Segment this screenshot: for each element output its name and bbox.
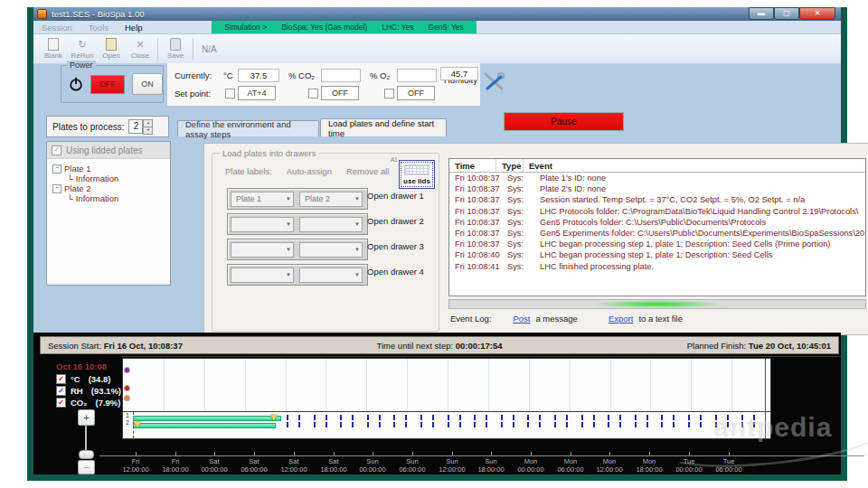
event-log-row[interactable]: Fri 10:08:40Sys:LHC began processing ste… bbox=[449, 249, 865, 260]
event-log-row[interactable]: Fri 10:08:37Sys:LHC Protocols folder: C:… bbox=[449, 206, 865, 217]
zoom-in-button[interactable]: + bbox=[78, 409, 95, 426]
open-button[interactable]: Open bbox=[97, 36, 126, 61]
drawer-row: ▼▼ bbox=[227, 213, 368, 235]
tab-load-plates[interactable]: Load plates and define start time bbox=[320, 118, 447, 136]
maintenance-tools-icon[interactable] bbox=[482, 70, 505, 92]
event-log-row[interactable]: Fri 10:08:37Sys:Plate 1's ID: none bbox=[449, 173, 865, 183]
timeline-panel: Session Start: Fri 16 Oct, 10:08:37 Time… bbox=[33, 333, 841, 474]
tree-node-plate[interactable]: −Plate 1 bbox=[52, 164, 170, 174]
drawer1-plate-combo-2[interactable]: Plate 2▼ bbox=[299, 192, 363, 207]
tree-node-information[interactable]: └Information bbox=[52, 174, 170, 183]
zoom-slider-thumb[interactable] bbox=[79, 450, 94, 459]
menu-session[interactable]: Session bbox=[33, 23, 80, 33]
post-message-link[interactable]: Post bbox=[513, 314, 530, 324]
gantt-step-tick bbox=[298, 422, 300, 427]
export-log-link[interactable]: Export bbox=[609, 314, 633, 324]
scrollbar-green-glow bbox=[590, 300, 723, 308]
event-log-row[interactable]: Fri 10:08:41Sys:LHC finished processing … bbox=[449, 261, 865, 272]
lidded-plates-checkbox[interactable]: ✓ bbox=[52, 145, 61, 155]
next-step-value: 00:00:17:54 bbox=[456, 341, 503, 351]
event-log-row[interactable]: Fri 10:08:37Sys:Plate 2's ID: none bbox=[449, 183, 865, 194]
zoom-slider-track[interactable] bbox=[85, 426, 87, 453]
planned-finish-line bbox=[765, 359, 766, 411]
event-log-scrollbar[interactable] bbox=[448, 299, 866, 309]
event-log-row[interactable]: Fri 10:08:37Sys:Gen5 Protocols folder: C… bbox=[449, 217, 865, 228]
simulation-label: Simulation > bbox=[224, 23, 267, 32]
planned-finish-label: Planned Finish: bbox=[687, 341, 746, 351]
pause-button[interactable]: Pause bbox=[504, 112, 624, 131]
simulation-gen5: Gen5: Yes bbox=[429, 23, 464, 32]
chart-gridline bbox=[691, 359, 692, 411]
open-drawer-3-link[interactable]: Open drawer 3 bbox=[367, 241, 439, 251]
drawer2-plate-combo-2[interactable]: ▼ bbox=[299, 217, 363, 232]
open-drawer-4-link[interactable]: Open drawer 4 bbox=[367, 267, 439, 277]
o2-setpoint-checkbox[interactable] bbox=[384, 89, 394, 99]
save-button[interactable]: Save bbox=[161, 36, 190, 61]
legend-checkbox[interactable]: ✓ bbox=[56, 374, 66, 384]
watermark-text: antpedia bbox=[713, 412, 832, 443]
open-folder-icon bbox=[106, 39, 118, 51]
drawer4-plate-combo-1[interactable]: ▼ bbox=[231, 267, 294, 283]
o2-label: % O₂ bbox=[370, 70, 390, 80]
power-off-button[interactable]: OFF bbox=[90, 75, 125, 94]
tab-define-environment[interactable]: Define the environment and assay steps bbox=[177, 120, 319, 136]
spinner-down-icon[interactable]: ▼ bbox=[143, 127, 153, 135]
gantt-step-tick bbox=[608, 415, 609, 420]
gantt-step-tick bbox=[527, 422, 529, 427]
remove-all-link[interactable]: Remove all bbox=[346, 166, 390, 176]
o2-setpoint-field[interactable]: OFF bbox=[397, 86, 435, 100]
event-time: Fri 10:08:41 bbox=[449, 262, 502, 271]
drawer3-plate-combo-2[interactable]: ▼ bbox=[299, 242, 363, 258]
drawer4-plate-combo-2[interactable]: ▼ bbox=[299, 267, 363, 283]
legend-checkbox[interactable]: ✓ bbox=[56, 386, 66, 396]
event-log-row[interactable]: Fri 10:08:37Sys:LHC began processing ste… bbox=[449, 239, 865, 249]
legend-item: ✓°C(34.8) bbox=[56, 373, 121, 385]
co2-setpoint-field[interactable]: OFF bbox=[321, 86, 359, 100]
use-lids-button[interactable]: use lids bbox=[399, 160, 435, 189]
blank-button[interactable]: Blank bbox=[39, 36, 68, 61]
gantt-step-tick bbox=[513, 422, 514, 427]
app-icon bbox=[37, 9, 47, 19]
tree-expand-icon[interactable]: − bbox=[52, 164, 61, 174]
gantt-step-tick bbox=[673, 415, 675, 420]
event-log-row[interactable]: Fri 10:08:37Sys:Session started. Temp Se… bbox=[449, 194, 865, 205]
gantt-step-tick bbox=[486, 422, 487, 427]
tree-node-plate[interactable]: −Plate 2 bbox=[52, 183, 170, 193]
co2-setpoint-checkbox[interactable] bbox=[308, 89, 318, 99]
zoom-out-button[interactable]: − bbox=[78, 460, 95, 474]
drawer1-plate-combo-1[interactable]: Plate 1▼ bbox=[231, 192, 294, 207]
time-axis-tick bbox=[609, 452, 610, 455]
gantt-step-tick bbox=[593, 415, 595, 420]
maximize-button[interactable]: ▢ bbox=[774, 7, 799, 20]
minimize-button[interactable]: ▬ bbox=[749, 7, 774, 20]
spinner-up-icon[interactable]: ▲ bbox=[143, 119, 153, 127]
close-session-button[interactable]: ✕ Close bbox=[126, 36, 155, 61]
menu-help[interactable]: Help bbox=[117, 23, 151, 33]
close-button[interactable]: ✕ bbox=[799, 7, 835, 20]
time-axis-tick bbox=[689, 452, 690, 455]
gantt-step-tick bbox=[646, 415, 648, 420]
power-on-button[interactable]: ON bbox=[132, 73, 163, 95]
drawer2-plate-combo-1[interactable]: ▼ bbox=[231, 217, 294, 232]
open-drawer-1-link[interactable]: Open drawer 1 bbox=[367, 191, 439, 201]
power-group: Power OFF ON bbox=[61, 65, 164, 103]
gantt-step-tick bbox=[432, 415, 434, 420]
gantt-step-tick bbox=[554, 415, 556, 420]
event-log-row[interactable]: Fri 10:08:37Sys:Gen5 Experiments folder:… bbox=[449, 228, 865, 239]
tree-expand-icon[interactable]: − bbox=[52, 184, 61, 193]
rerun-button[interactable]: ↻ ReRun bbox=[68, 36, 97, 61]
plates-tree: −Plate 1└Information−Plate 2└Information bbox=[47, 159, 170, 283]
menu-tools[interactable]: Tools bbox=[80, 23, 117, 33]
drawer3-plate-combo-1[interactable]: ▼ bbox=[231, 242, 294, 258]
tree-node-information[interactable]: └Information bbox=[52, 193, 170, 203]
plates-count-field[interactable]: 2 bbox=[128, 119, 143, 134]
legend-checkbox[interactable]: ✓ bbox=[56, 398, 66, 408]
auto-assign-link[interactable]: Auto-assign bbox=[287, 166, 332, 176]
temp-setpoint-checkbox[interactable] bbox=[225, 89, 235, 99]
temp-setpoint-field[interactable]: AT+4 bbox=[238, 86, 276, 100]
gantt-step-tick bbox=[393, 415, 395, 420]
time-axis-tick bbox=[452, 452, 453, 455]
plates-count-spinner[interactable]: ▲ ▼ bbox=[143, 119, 153, 135]
legend-series-label: °C bbox=[71, 374, 80, 384]
open-drawer-2-link[interactable]: Open drawer 2 bbox=[367, 216, 439, 226]
